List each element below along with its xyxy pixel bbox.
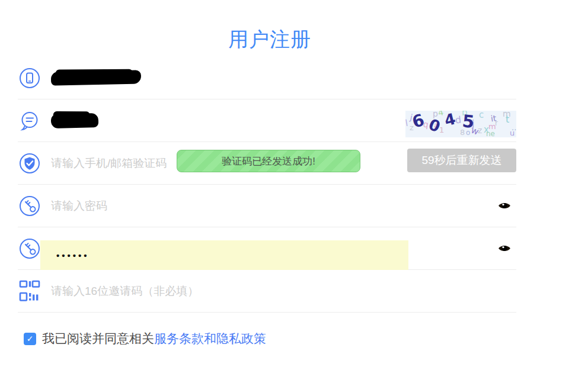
verify-code-input[interactable] [51,157,187,170]
resend-code-button[interactable]: 59秒后重新发送 [407,149,516,172]
agreement-text: 我已阅读并同意相关 [42,330,154,347]
invite-code-row [18,270,516,313]
eye-icon [498,244,511,253]
invite-code-input[interactable] [51,285,383,298]
key-icon [19,195,41,217]
key-icon [19,238,41,259]
verify-code-row: 验证码已经发送成功! 59秒后重新发送 [18,142,516,185]
chat-icon [19,110,41,131]
toggle-password-visibility-button[interactable] [497,201,512,211]
eye-icon [498,201,511,210]
agreement-row: ✓ 我已阅读并同意相关服务条款和隐私政策 [24,330,588,347]
phone-icon [19,67,41,89]
registration-page: 用户注册 [0,0,588,370]
password-input[interactable] [51,200,383,213]
confirm-password-field-highlight [40,240,408,270]
qr-code-icon [19,280,41,302]
account-row: ljzqp4a1db8ojwzxcitmrmtneu..6045 [18,99,516,142]
page-title: 用户注册 [0,0,539,57]
password-row [18,185,516,227]
phone-row [18,57,516,99]
registration-form: ljzqp4a1db8ojwzxcitmrmtneu..6045 验证码已经发送… [18,57,516,313]
shield-check-icon [19,153,41,174]
confirm-password-row [18,227,516,270]
agreement-checkbox[interactable]: ✓ [24,333,36,345]
redacted-account-value [51,112,99,128]
checkmark-icon: ✓ [27,334,34,343]
terms-privacy-link[interactable]: 服务条款和隐私政策 [154,330,266,347]
code-sent-toast: 验证码已经发送成功! [177,150,360,172]
captcha-image[interactable]: ljzqp4a1db8ojwzxcitmrmtneu..6045 [405,111,516,137]
confirm-password-input[interactable] [56,250,234,260]
redacted-phone-value [51,70,141,85]
toggle-confirm-password-visibility-button[interactable] [497,243,512,254]
